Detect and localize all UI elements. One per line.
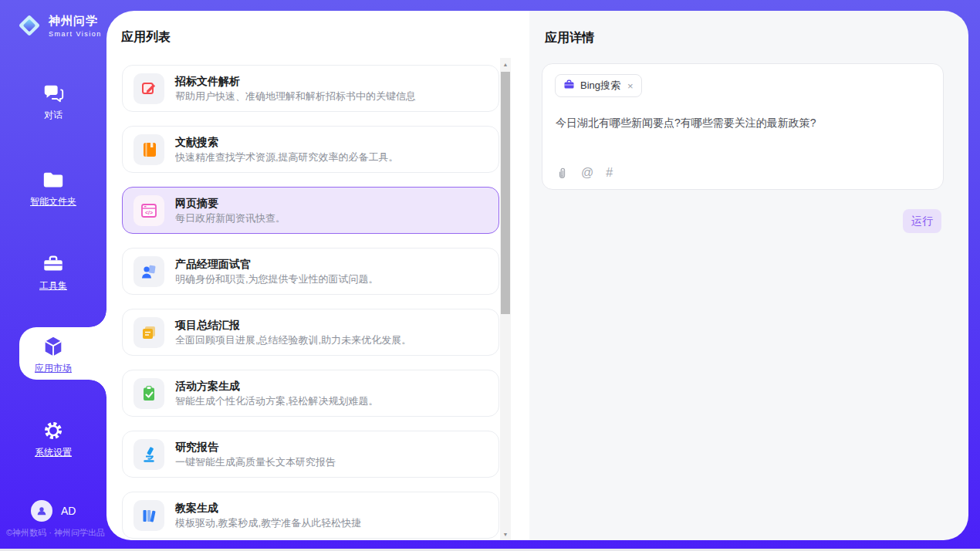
books-icon <box>133 500 164 531</box>
app-card-title: 招标文件解析 <box>175 73 416 90</box>
main-content: 应用列表 招标文件解析帮助用户快速、准确地理解和解析招标书中的关键信息 文献搜索… <box>106 11 968 540</box>
card-text: 网页摘要每日政府新闻资讯快查。 <box>175 195 286 226</box>
scrollbar-thumb[interactable] <box>501 72 510 314</box>
app-card-title: 产品经理面试官 <box>175 256 379 272</box>
sidebar: 神州问学 Smart Vision 对话智能文件夹 工具集 应用市场 系统设置 … <box>0 0 106 549</box>
brand-text: 神州问学 Smart Vision <box>49 14 102 38</box>
card-text: 活动方案生成智能生成个性化活动方案,轻松解决规划难题。 <box>175 378 379 409</box>
microscope-icon <box>133 439 164 470</box>
app-card-description: 模板驱动,教案秒成,教学准备从此轻松快捷 <box>175 516 361 531</box>
tool-tag-bing-search[interactable]: Bing搜索 × <box>555 74 642 97</box>
app-card-title: 网页摘要 <box>175 195 286 211</box>
app-detail-title: 应用详情 <box>545 30 594 46</box>
paperclip-icon[interactable] <box>556 166 569 179</box>
app-card-title: 项目总结汇报 <box>175 317 411 333</box>
app-card-literature-search[interactable]: 文献搜索快速精准查找学术资源,提高研究效率的必备工具。 <box>122 126 499 173</box>
app-card-list: 招标文件解析帮助用户快速、准确地理解和解析招标书中的关键信息 文献搜索快速精准查… <box>122 65 499 539</box>
prompt-input[interactable]: 今日湖北有哪些新闻要点?有哪些需要关注的最新政策? <box>556 117 931 130</box>
diamond-logo-icon <box>15 12 43 39</box>
run-button[interactable]: 运行 <box>903 209 941 233</box>
app-card-description: 快速精准查找学术资源,提高研究效率的必备工具。 <box>175 150 399 165</box>
app-detail-panel: 应用详情 Bing搜索 × 今日湖北有哪些新闻要点?有哪些需要关注的最新政策? … <box>529 11 968 540</box>
sidebar-item-chat[interactable]: 对话 <box>0 82 106 122</box>
app-card-description: 全面回顾项目进展,总结经验教训,助力未来优化发展。 <box>175 333 411 348</box>
app-card-project-summary[interactable]: 项目总结汇报全面回顾项目进展,总结经验教训,助力未来优化发展。 <box>122 309 499 356</box>
clipboard-check-icon <box>133 378 164 409</box>
app-card-lesson-plan[interactable]: 教案生成模板驱动,教案秒成,教学准备从此轻松快捷 <box>122 492 499 539</box>
app-card-title: 活动方案生成 <box>175 378 379 394</box>
app-card-tender-parse[interactable]: 招标文件解析帮助用户快速、准确地理解和解析招标书中的关键信息 <box>122 65 499 112</box>
sidebar-item-toolset[interactable]: 工具集 <box>0 252 106 292</box>
app-card-web-summary[interactable]: </>网页摘要每日政府新闻资讯快查。 <box>122 187 499 234</box>
edit-icon <box>133 73 164 104</box>
cube-icon <box>42 335 65 358</box>
tool-tag-label: Bing搜索 <box>580 79 620 93</box>
book-icon <box>133 134 164 165</box>
gear-icon <box>42 419 65 442</box>
app-card-description: 智能生成个性化活动方案,轻松解决规划难题。 <box>175 394 379 409</box>
app-card-event-plan[interactable]: 活动方案生成智能生成个性化活动方案,轻松解决规划难题。 <box>122 370 499 417</box>
toolbox-icon <box>42 252 65 276</box>
card-text: 招标文件解析帮助用户快速、准确地理解和解析招标书中的关键信息 <box>175 73 416 104</box>
card-text: 文献搜索快速精准查找学术资源,提高研究效率的必备工具。 <box>175 134 399 165</box>
notes-icon <box>133 317 164 348</box>
code-window-icon: </> <box>133 195 164 226</box>
brand-subtitle: Smart Vision <box>49 30 102 38</box>
sidebar-item-label: 系统设置 <box>35 446 72 459</box>
app-card-description: 每日政府新闻资讯快查。 <box>175 211 286 226</box>
scroll-down-icon[interactable]: ▼ <box>500 529 511 539</box>
app-list-title: 应用列表 <box>121 29 171 46</box>
hash-icon[interactable]: # <box>606 166 613 179</box>
card-text: 项目总结汇报全面回顾项目进展,总结经验教训,助力未来优化发展。 <box>175 317 411 348</box>
sidebar-item-label: 工具集 <box>39 279 67 292</box>
interview-icon <box>133 256 164 287</box>
chat-icon <box>42 82 65 105</box>
scroll-up-icon[interactable]: ▲ <box>500 59 511 69</box>
folder-icon <box>42 168 65 191</box>
app-card-description: 一键智能生成高质量长文本研究报告 <box>175 455 336 470</box>
app-card-description: 帮助用户快速、准确地理解和解析招标书中的关键信息 <box>175 90 416 104</box>
app-card-title: 教案生成 <box>175 500 361 516</box>
app-list-panel: 应用列表 招标文件解析帮助用户快速、准确地理解和解析招标书中的关键信息 文献搜索… <box>106 11 529 540</box>
copyright-footer: ©神州数码 · 神州问学出品 <box>6 527 105 539</box>
sidebar-item-label: 对话 <box>44 109 63 122</box>
app-card-research-report[interactable]: 研究报告一键智能生成高质量长文本研究报告 <box>122 431 499 478</box>
app-card-pm-interviewer[interactable]: 产品经理面试官明确身份和职责,为您提供专业性的面试问题。 <box>122 248 499 295</box>
prompt-toolbar: @ # <box>556 166 613 179</box>
avatar-icon <box>31 500 52 522</box>
user-initials: AD <box>61 505 76 517</box>
user-chip[interactable]: AD <box>31 500 76 522</box>
briefcase-icon <box>563 79 575 93</box>
close-icon[interactable]: × <box>627 80 634 92</box>
at-icon[interactable]: @ <box>581 166 593 179</box>
sidebar-item-smart-folder[interactable]: 智能文件夹 <box>0 168 106 208</box>
app-card-title: 研究报告 <box>175 439 336 455</box>
sidebar-item-system-settings[interactable]: 系统设置 <box>0 419 106 459</box>
card-text: 教案生成模板驱动,教案秒成,教学准备从此轻松快捷 <box>175 500 361 531</box>
app-card-description: 明确身份和职责,为您提供专业性的面试问题。 <box>175 272 379 287</box>
app-window: 神州问学 Smart Vision 对话智能文件夹 工具集 应用市场 系统设置 … <box>0 0 980 551</box>
brand: 神州问学 Smart Vision <box>15 12 102 39</box>
sidebar-item-app-market[interactable]: 应用市场 <box>0 335 106 375</box>
prompt-card[interactable]: Bing搜索 × 今日湖北有哪些新闻要点?有哪些需要关注的最新政策? @ # <box>542 63 944 190</box>
sidebar-item-label: 应用市场 <box>35 362 72 375</box>
sidebar-item-label: 智能文件夹 <box>30 195 76 208</box>
app-card-title: 文献搜索 <box>175 134 399 150</box>
app-background: 神州问学 Smart Vision 对话智能文件夹 工具集 应用市场 系统设置 … <box>0 0 980 549</box>
svg-text:</>: </> <box>145 210 153 215</box>
scrollbar[interactable]: ▲ ▼ <box>500 58 511 540</box>
card-text: 产品经理面试官明确身份和职责,为您提供专业性的面试问题。 <box>175 256 379 287</box>
brand-name: 神州问学 <box>49 14 102 29</box>
card-text: 研究报告一键智能生成高质量长文本研究报告 <box>175 439 336 470</box>
